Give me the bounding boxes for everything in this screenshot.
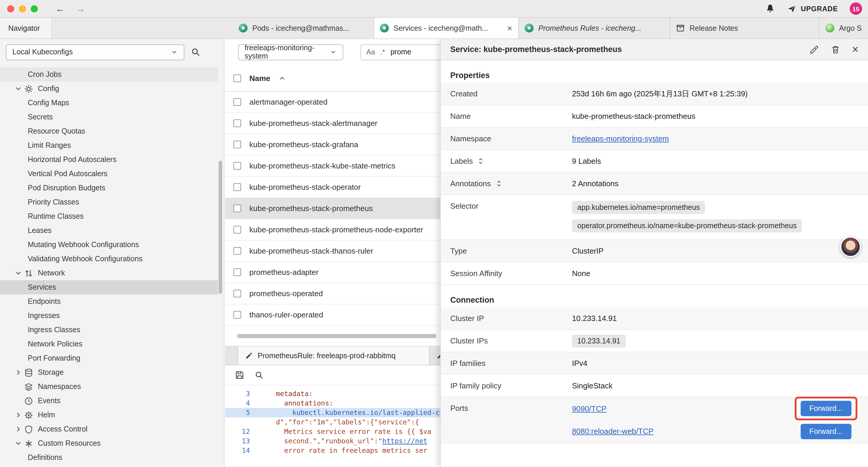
row-checkbox[interactable] (234, 141, 241, 148)
sidebar-item-custom-resources[interactable]: Custom Resources (0, 436, 218, 450)
sidebar-item-port-forwarding[interactable]: Port Forwarding (0, 351, 218, 365)
chevron-right-icon[interactable] (14, 425, 24, 433)
notification-count-badge[interactable]: 15 (850, 2, 862, 15)
port-forward-button[interactable]: Forward... (800, 401, 851, 416)
sidebar-search-icon[interactable] (190, 47, 201, 57)
chevron-down-icon[interactable] (14, 269, 24, 277)
select-all-checkbox[interactable] (234, 74, 241, 82)
sidebar-item-limit-ranges[interactable]: Limit Ranges (0, 138, 218, 152)
name-column-header[interactable]: Name (249, 74, 270, 83)
sidebar-item-endpoints[interactable]: Endpoints (0, 294, 218, 309)
chevron-right-icon[interactable] (14, 411, 24, 419)
sidebar-item-runtime-classes[interactable]: Runtime Classes (0, 209, 218, 224)
sidebar-item-access-control[interactable]: Access Control (0, 422, 218, 436)
minimize-window-button[interactable] (19, 5, 26, 12)
drawer-row-labels: Labels 9 Labels (441, 150, 868, 173)
editor-tab-services-icecheng-math[interactable]: Services - icecheng@math...× (374, 18, 519, 38)
editor-tab-argo-s[interactable]: Argo S (819, 18, 868, 38)
port-link[interactable]: 9090/TCP (572, 404, 607, 413)
unfold-icon[interactable] (495, 180, 502, 187)
chevron-right-icon[interactable] (14, 368, 24, 377)
sidebar-item-secrets[interactable]: Secrets (0, 110, 218, 124)
drawer-row-name: Name kube-prometheus-stack-prometheus (441, 105, 868, 128)
row-label: Annotations (450, 179, 491, 188)
forward-arrow-icon[interactable]: → (76, 4, 85, 13)
port-forward-button[interactable]: Forward... (800, 424, 851, 439)
sidebar-item-leases[interactable]: Leases (0, 224, 218, 238)
sidebar-item-network-policies[interactable]: Network Policies (0, 337, 218, 351)
chevron-down-icon[interactable] (14, 85, 24, 93)
namespace-select[interactable]: freeleaps-monitoring-system (238, 44, 343, 60)
row-checkbox[interactable] (234, 268, 241, 276)
editor-tab-pods-icecheng-mathmas[interactable]: Pods - icecheng@mathmas... (233, 18, 374, 38)
sidebar-item-label: Secrets (28, 113, 53, 121)
navigator-panel-tab[interactable]: Navigator (0, 18, 52, 38)
sidebar-item-config[interactable]: Config (0, 82, 218, 96)
sort-ascending-icon[interactable] (279, 74, 286, 82)
sidebar-item-namespaces[interactable]: Namespaces (0, 380, 218, 394)
save-icon[interactable] (235, 370, 245, 380)
sidebar-scrollbar[interactable] (219, 161, 222, 294)
notifications-bell-icon[interactable] (765, 4, 775, 13)
close-window-button[interactable] (7, 5, 14, 12)
row-checkbox[interactable] (234, 290, 241, 297)
sidebar-item-priority-classes[interactable]: Priority Classes (0, 195, 218, 209)
regex-toggle[interactable]: .* (380, 48, 385, 56)
chevron-down-icon[interactable] (14, 439, 24, 447)
sidebar-item-config-maps[interactable]: Config Maps (0, 96, 218, 110)
sidebar-item-helm[interactable]: Helm (0, 408, 218, 422)
sidebar-item-label: Network Policies (28, 340, 83, 348)
sidebar-item-cron-jobs[interactable]: Cron Jobs (0, 67, 218, 82)
line-number: 12 (225, 427, 255, 436)
editor-search-icon[interactable] (254, 370, 264, 380)
sidebar-item-horizontal-pod-autoscalers[interactable]: Horizontal Pod Autoscalers (0, 152, 218, 167)
row-checkbox[interactable] (234, 183, 241, 191)
sidebar-item-definitions[interactable]: Definitions (0, 450, 218, 465)
ports-list: 9090/TCPForward...8080:reloader-web/TCPF… (572, 397, 859, 443)
unfold-icon[interactable] (477, 157, 485, 165)
tab-close-icon[interactable]: × (507, 24, 512, 32)
editor-tab-release-notes[interactable]: Release Notes (670, 18, 819, 38)
back-arrow-icon[interactable]: ← (56, 4, 64, 13)
row-checkbox[interactable] (234, 311, 241, 319)
drawer-row-session-affinity: Session Affinity None (441, 262, 868, 285)
row-checkbox[interactable] (234, 247, 241, 255)
sidebar-item-storage[interactable]: Storage (0, 365, 218, 380)
row-label: Session Affinity (450, 269, 572, 278)
sidebar-item-pod-disruption-budgets[interactable]: Pod Disruption Budgets (0, 181, 218, 195)
namespace-link[interactable]: freeleaps-monitoring-system (572, 134, 669, 143)
port-line: 8080:reloader-web/TCPForward... (572, 420, 859, 443)
match-case-toggle[interactable]: Aa (366, 48, 375, 56)
sidebar-item-resource-quotas[interactable]: Resource Quotas (0, 124, 218, 138)
dock-tab-prometheusrule[interactable]: PrometheusRule: freeleaps-prod-rabbitmq (238, 346, 430, 365)
edit-pencil-icon[interactable] (809, 45, 819, 54)
row-checkbox[interactable] (234, 119, 241, 127)
sidebar-item-events[interactable]: Events (0, 394, 218, 408)
user-avatar[interactable] (840, 236, 861, 257)
sidebar-item-network[interactable]: Network (0, 266, 218, 280)
sidebar-item-ingresses[interactable]: Ingresses (0, 309, 218, 323)
drawer-row-ip-families: IP families IPv4 (441, 352, 868, 375)
delete-trash-icon[interactable] (831, 45, 840, 54)
search-input[interactable]: Aa .* prome (361, 44, 449, 60)
line-content: metadata: (255, 389, 313, 399)
row-label: IP families (450, 359, 572, 368)
row-checkbox[interactable] (234, 205, 241, 212)
sidebar-item-vertical-pod-autoscalers[interactable]: Vertical Pod Autoscalers (0, 167, 218, 181)
maximize-window-button[interactable] (31, 5, 38, 12)
row-checkbox[interactable] (234, 162, 241, 170)
sidebar-item-mutating-webhook-configurations[interactable]: Mutating Webhook Configurations (0, 238, 218, 252)
upgrade-button[interactable]: UPGRADE (787, 4, 838, 13)
sidebar-item-validating-webhook-configurations[interactable]: Validating Webhook Configurations (0, 252, 218, 266)
sidebar-item-ingress-classes[interactable]: Ingress Classes (0, 323, 218, 337)
editor-tab-prometheus-rules-icecheng[interactable]: Prometheus Rules - icecheng... (519, 18, 670, 38)
row-checkbox[interactable] (234, 98, 241, 106)
close-icon[interactable]: × (852, 44, 859, 55)
kubeconfig-select[interactable]: Local Kubeconfigs (6, 44, 184, 60)
port-link[interactable]: 8080:reloader-web/TCP (572, 427, 653, 436)
drawer-row-ip-family-policy: IP family policy SingleStack (441, 375, 868, 397)
sidebar-item-label: Ingresses (28, 312, 60, 320)
horizontal-scrollbar[interactable] (237, 334, 437, 338)
sidebar-item-services[interactable]: Services (0, 280, 218, 294)
row-checkbox[interactable] (234, 226, 241, 233)
